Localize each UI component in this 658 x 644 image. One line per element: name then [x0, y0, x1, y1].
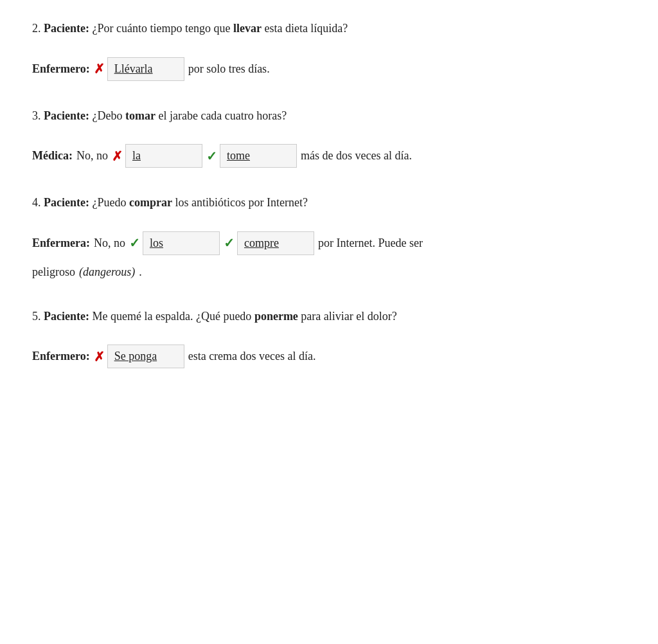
answer-5-speaker: Enfermero: — [32, 347, 90, 366]
answer-2-suffix: por solo tres días. — [188, 60, 270, 78]
answer-4-field-1-icon: ✓ — [129, 233, 140, 253]
answer-3-speaker: Médica: — [32, 147, 73, 165]
answer-4-suffix: por Internet. Puede ser — [318, 234, 423, 253]
question-3-text-before: ¿Debo — [89, 109, 125, 122]
answer-3-field-2-box: tome — [220, 144, 297, 168]
question-3-speaker: Paciente: — [44, 109, 89, 122]
question-2-bold: llevar — [233, 22, 262, 35]
answer-4-field-2-icon: ✓ — [224, 233, 235, 253]
answer-4: Enfermera: No, no ✓ los ✓ compre por Int… — [32, 231, 626, 255]
answer-4-suffix2-end: . — [139, 263, 142, 282]
answer-4-field-2-wrap: ✓ compre — [224, 231, 314, 255]
answer-2-field-1-wrap: ✗ Llévarla — [94, 57, 184, 81]
question-4-number: 4. — [32, 196, 44, 209]
answer-4-field-2-box: compre — [237, 231, 314, 255]
exercise-item-4: 4. Paciente: ¿Puedo comprar los antibiót… — [32, 193, 626, 281]
answer-4-field-1-box: los — [143, 231, 220, 255]
question-5-bold: ponerme — [254, 310, 298, 323]
answer-4-speaker: Enfermera: — [32, 234, 90, 253]
question-3: 3. Paciente: ¿Debo tomar el jarabe cada … — [32, 107, 626, 125]
answer-3-field-1-wrap: ✗ la — [112, 144, 202, 168]
question-3-bold: tomar — [125, 109, 156, 122]
question-5: 5. Paciente: Me quemé la espalda. ¿Qué p… — [32, 307, 626, 326]
answer-3-field-2-wrap: ✓ tome — [206, 144, 297, 168]
question-2-number: 2. — [32, 22, 44, 35]
question-4-speaker: Paciente: — [44, 196, 89, 209]
answer-2-speaker: Enfermero: — [32, 60, 90, 78]
question-4-text-before: ¿Puedo — [89, 196, 129, 209]
question-5-text-after: para aliviar el dolor? — [298, 310, 397, 323]
answer-4-field-1-wrap: ✓ los — [129, 231, 220, 255]
answer-5-suffix: esta crema dos veces al día. — [188, 347, 316, 366]
exercise-item-3: 3. Paciente: ¿Debo tomar el jarabe cada … — [32, 107, 626, 168]
answer-3-prefix: No, no — [76, 147, 108, 165]
question-2-text-before: ¿Por cuánto tiempo tengo que — [89, 22, 233, 35]
answer-5-field-1-box: Se ponga — [107, 344, 184, 368]
exercise-item-2: 2. Paciente: ¿Por cuánto tiempo tengo qu… — [32, 19, 626, 81]
question-3-number: 3. — [32, 109, 44, 122]
question-5-number: 5. — [32, 310, 44, 323]
answer-3-field-2-icon: ✓ — [206, 146, 217, 166]
answer-4-suffix2-italic: (dangerous) — [79, 263, 135, 282]
answer-3-field-1-icon: ✗ — [112, 146, 123, 166]
question-3-text-after: el jarabe cada cuatro horas? — [156, 109, 287, 122]
exercise-item-5: 5. Paciente: Me quemé la espalda. ¿Qué p… — [32, 307, 626, 369]
answer-2-field-1-box: Llévarla — [107, 57, 184, 81]
question-2-text-after: esta dieta líquida? — [262, 22, 348, 35]
answer-4-prefix: No, no — [94, 234, 125, 253]
question-4: 4. Paciente: ¿Puedo comprar los antibiót… — [32, 193, 626, 212]
answer-5-field-1-icon: ✗ — [94, 346, 105, 367]
answer-3-suffix: más de dos veces al día. — [301, 147, 412, 165]
question-2-speaker: Paciente: — [44, 22, 89, 35]
answer-2: Enfermero: ✗ Llévarla por solo tres días… — [32, 57, 626, 81]
answer-2-field-1-icon: ✗ — [94, 58, 105, 79]
question-4-bold: comprar — [129, 196, 172, 209]
answer-3-field-1-box: la — [125, 144, 202, 168]
answer-4-suffix2: peligroso — [32, 263, 75, 282]
answer-5-field-1-wrap: ✗ Se ponga — [94, 344, 184, 368]
question-5-text-before: Me quemé la espalda. ¿Qué puedo — [89, 310, 254, 323]
answer-4-line2: peligroso (dangerous). — [32, 263, 626, 282]
question-4-text-after: los antibióticos por Internet? — [172, 196, 308, 209]
question-2: 2. Paciente: ¿Por cuánto tiempo tengo qu… — [32, 19, 626, 38]
answer-5: Enfermero: ✗ Se ponga esta crema dos vec… — [32, 344, 626, 368]
answer-3: Médica: No, no ✗ la ✓ tome más de dos ve… — [32, 144, 626, 168]
question-5-speaker: Paciente: — [44, 310, 89, 323]
